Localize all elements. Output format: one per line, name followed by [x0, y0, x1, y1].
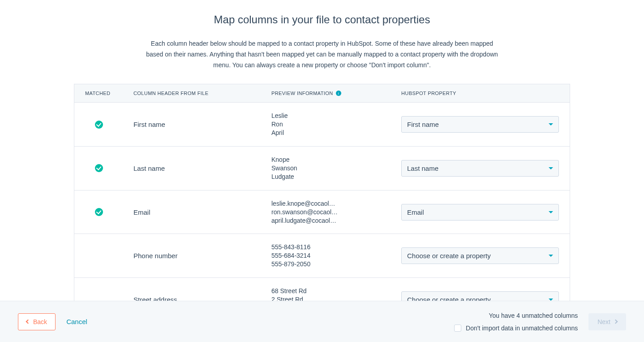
- preview-list: leslie.knope@cocaol…ron.swanson@cocaol…a…: [271, 199, 343, 225]
- property-select-label: Choose or create a property: [407, 252, 491, 260]
- preview-value: 555-879-2050: [271, 260, 343, 268]
- chevron-down-icon: [549, 255, 553, 257]
- th-preview-label: PREVIEW INFORMATION: [271, 91, 333, 96]
- table-row: Emailleslie.knope@cocaol…ron.swanson@coc…: [74, 190, 570, 234]
- chevron-down-icon: [549, 211, 553, 213]
- footer-bar: Back Cancel You have 4 unmatched columns…: [0, 301, 644, 342]
- property-select-label: Email: [407, 208, 424, 216]
- preview-value: April: [271, 129, 343, 137]
- column-header-label: Email: [133, 208, 150, 216]
- cell-preview: 555-843-8116555-684-3214555-879-2050: [271, 243, 401, 268]
- chevron-down-icon: [549, 123, 553, 126]
- table-row: Last nameKnopeSwansonLudgateLast name: [74, 147, 570, 190]
- preview-value: ron.swanson@cocaol…: [271, 208, 343, 216]
- preview-value: Leslie: [271, 112, 343, 120]
- property-select[interactable]: First name: [401, 116, 559, 133]
- cell-matched: [85, 164, 133, 172]
- next-button-label: Next: [597, 318, 610, 325]
- preview-value: 555-843-8116: [271, 243, 343, 251]
- table-header-row: MATCHED COLUMN HEADER FROM FILE PREVIEW …: [74, 84, 570, 103]
- property-select[interactable]: Last name: [401, 160, 559, 177]
- preview-list: KnopeSwansonLudgate: [271, 156, 343, 181]
- cell-column-header: Phone number: [133, 252, 271, 260]
- dont-import-label: Don't import data in unmatched columns: [466, 325, 578, 332]
- next-button[interactable]: Next: [588, 313, 626, 330]
- cell-matched: [85, 208, 133, 216]
- info-icon[interactable]: i: [336, 91, 341, 96]
- chevron-left-icon: [26, 320, 30, 324]
- unmatched-message: You have 4 unmatched columns: [454, 312, 578, 319]
- th-matched: MATCHED: [85, 91, 133, 96]
- column-header-label: First name: [133, 121, 165, 128]
- cell-property: Email: [401, 204, 559, 221]
- cell-column-header: Last name: [133, 165, 271, 172]
- check-icon: [95, 164, 103, 172]
- check-icon: [95, 208, 103, 216]
- chevron-down-icon: [549, 167, 553, 169]
- preview-value: Ludgate: [271, 173, 343, 181]
- cell-preview: leslie.knope@cocaol…ron.swanson@cocaol…a…: [271, 199, 401, 225]
- back-button[interactable]: Back: [18, 313, 56, 330]
- cell-matched: [85, 121, 133, 129]
- back-button-label: Back: [33, 318, 47, 325]
- th-property: HUBSPOT PROPERTY: [401, 91, 559, 96]
- preview-value: Knope: [271, 156, 343, 164]
- th-preview: PREVIEW INFORMATION i: [271, 91, 401, 96]
- preview-list: LeslieRonApril: [271, 112, 343, 137]
- dont-import-checkbox-row[interactable]: Don't import data in unmatched columns: [454, 325, 578, 332]
- table-row: First nameLeslieRonAprilFirst name: [74, 103, 570, 147]
- column-header-label: Last name: [133, 165, 165, 172]
- property-select[interactable]: Choose or create a property: [401, 247, 559, 264]
- cell-property: Choose or create a property: [401, 247, 559, 264]
- cancel-link[interactable]: Cancel: [66, 318, 87, 325]
- cell-preview: KnopeSwansonLudgate: [271, 156, 401, 181]
- cell-column-header: First name: [133, 121, 271, 128]
- property-select-label: Last name: [407, 165, 438, 172]
- mapping-table: MATCHED COLUMN HEADER FROM FILE PREVIEW …: [74, 84, 570, 321]
- page-description: Each column header below should be mappe…: [143, 39, 501, 70]
- preview-value: 555-684-3214: [271, 251, 343, 260]
- preview-list: 555-843-8116555-684-3214555-879-2050: [271, 243, 343, 268]
- preview-value: Swanson: [271, 164, 343, 173]
- chevron-right-icon: [614, 320, 618, 324]
- column-header-label: Phone number: [133, 252, 177, 260]
- cell-preview: LeslieRonApril: [271, 112, 401, 137]
- th-column-header: COLUMN HEADER FROM FILE: [133, 91, 271, 96]
- check-icon: [95, 121, 103, 129]
- preview-value: april.ludgate@cocaol…: [271, 216, 343, 225]
- cell-property: First name: [401, 116, 559, 133]
- table-row: Phone number555-843-8116555-684-3214555-…: [74, 234, 570, 278]
- cell-column-header: Email: [133, 208, 271, 216]
- page-title: Map columns in your file to contact prop…: [0, 13, 644, 26]
- preview-value: 68 Street Rd: [271, 287, 343, 295]
- property-select[interactable]: Email: [401, 204, 559, 221]
- property-select-label: First name: [407, 121, 439, 128]
- cell-property: Last name: [401, 160, 559, 177]
- preview-value: leslie.knope@cocaol…: [271, 199, 343, 208]
- dont-import-checkbox[interactable]: [454, 325, 461, 332]
- preview-value: Ron: [271, 120, 343, 129]
